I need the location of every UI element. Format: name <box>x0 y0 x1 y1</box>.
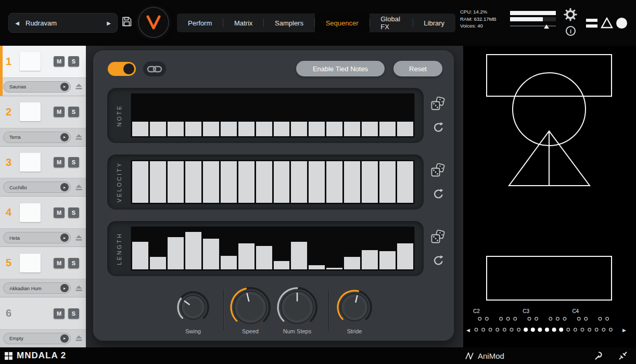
tab-sequencer[interactable]: Sequencer <box>315 14 370 32</box>
step-bar-15[interactable] <box>379 122 396 136</box>
knob-speed[interactable]: Speed <box>230 287 271 334</box>
knob-num-steps[interactable]: Num Steps <box>276 287 318 334</box>
mute-button[interactable]: M <box>54 207 65 218</box>
tab-samplers[interactable]: Samplers <box>264 14 314 32</box>
instrument-select[interactable]: Akkadian Hum ▸ <box>3 282 71 294</box>
step-bar-5[interactable] <box>203 239 219 269</box>
step-bar-16[interactable] <box>397 243 413 269</box>
keyboard-prev-button[interactable]: ◀ <box>466 328 470 333</box>
knob-stride[interactable]: Stride <box>334 287 375 334</box>
step-bar-13[interactable] <box>344 161 360 203</box>
instrument-select[interactable]: Cuchillo ▸ <box>3 181 71 193</box>
step-bar-13[interactable] <box>344 122 360 136</box>
randomize-button[interactable] <box>431 97 446 111</box>
solo-button[interactable]: S <box>68 157 79 167</box>
settings-button[interactable] <box>564 8 577 23</box>
step-bar-16[interactable] <box>397 161 413 203</box>
volume-slider[interactable] <box>510 23 556 29</box>
eject-button[interactable] <box>75 335 83 342</box>
track-3[interactable]: 3 M S Cuchillo ▸ <box>0 147 86 197</box>
step-bar-1[interactable] <box>132 161 148 203</box>
track-1[interactable]: 1 M S Saunas ▸ <box>0 46 86 96</box>
step-bar-4[interactable] <box>185 122 201 136</box>
preset-prev-button[interactable]: ◀ <box>9 20 26 26</box>
instrument-select[interactable]: Terra ▸ <box>3 132 71 143</box>
step-bar-9[interactable] <box>274 161 290 203</box>
step-bar-3[interactable] <box>168 161 184 203</box>
step-bar-15[interactable] <box>379 251 396 269</box>
preset-next-button[interactable]: ▶ <box>100 20 117 26</box>
solo-button[interactable]: S <box>68 56 79 67</box>
step-bar-6[interactable] <box>221 256 237 269</box>
save-button[interactable] <box>121 16 132 29</box>
step-bar-6[interactable] <box>221 122 237 136</box>
eject-button[interactable] <box>75 235 83 241</box>
reset-button[interactable]: Reset <box>393 61 442 76</box>
instrument-select[interactable]: Empty ▸ <box>3 333 71 344</box>
mute-button[interactable]: M <box>54 157 65 167</box>
preset-name[interactable]: Rudravam <box>26 19 100 27</box>
step-bar-5[interactable] <box>203 122 219 136</box>
track-6[interactable]: 6 M S Empty ▸ <box>0 297 86 347</box>
reset-steps-button[interactable] <box>432 188 445 201</box>
randomize-button[interactable] <box>431 230 446 244</box>
step-bar-10[interactable] <box>291 122 307 136</box>
solo-button[interactable]: S <box>68 107 79 117</box>
sequencer-enable-toggle[interactable] <box>108 62 136 76</box>
step-bar-7[interactable] <box>238 122 255 136</box>
solo-button[interactable]: S <box>68 308 79 319</box>
step-bar-11[interactable] <box>309 161 325 203</box>
step-bar-14[interactable] <box>362 161 378 203</box>
step-bar-12[interactable] <box>326 161 342 203</box>
mute-button[interactable]: M <box>54 258 65 268</box>
step-bar-8[interactable] <box>256 246 272 269</box>
step-bar-10[interactable] <box>291 242 307 269</box>
step-bar-8[interactable] <box>256 161 272 203</box>
step-bar-2[interactable] <box>150 257 166 269</box>
step-bar-13[interactable] <box>344 257 360 269</box>
reset-steps-button[interactable] <box>432 121 445 134</box>
step-bar-10[interactable] <box>291 161 307 203</box>
eject-button[interactable] <box>75 184 83 191</box>
eject-button[interactable] <box>75 83 83 90</box>
eject-button[interactable] <box>75 134 83 140</box>
step-bar-3[interactable] <box>168 122 184 136</box>
step-bar-5[interactable] <box>203 161 219 203</box>
step-bar-1[interactable] <box>132 122 148 136</box>
instrument-select[interactable]: Saunas ▸ <box>3 81 71 93</box>
instrument-select[interactable]: Heta ▸ <box>3 232 71 243</box>
step-bar-4[interactable] <box>185 161 201 203</box>
knob-swing[interactable]: Swing <box>172 287 214 334</box>
track-4[interactable]: 4 M S Heta ▸ <box>0 197 86 247</box>
step-bar-9[interactable] <box>274 122 290 136</box>
mute-button[interactable]: M <box>54 56 65 67</box>
step-bar-11[interactable] <box>309 265 325 269</box>
tab-library[interactable]: Library <box>413 14 455 32</box>
step-bar-12[interactable] <box>326 122 342 136</box>
step-bar-14[interactable] <box>362 122 378 136</box>
patch-cables-button[interactable] <box>618 351 628 360</box>
tab-global-fx[interactable]: Global FX <box>370 14 412 32</box>
step-bar-8[interactable] <box>256 122 272 136</box>
step-bar-2[interactable] <box>150 122 166 136</box>
step-bar-9[interactable] <box>274 261 290 269</box>
step-bar-15[interactable] <box>379 161 396 203</box>
solo-button[interactable]: S <box>68 207 79 218</box>
step-bar-16[interactable] <box>397 122 413 136</box>
step-bar-7[interactable] <box>238 161 255 203</box>
track-2[interactable]: 2 M S Terra ▸ <box>0 96 86 147</box>
step-bar-2[interactable] <box>150 161 166 203</box>
mute-button[interactable]: M <box>54 107 65 117</box>
link-button[interactable] <box>143 61 166 76</box>
step-bar-12[interactable] <box>326 268 342 269</box>
step-bar-3[interactable] <box>168 237 184 269</box>
brand-logo-badge[interactable] <box>138 7 169 38</box>
step-bar-6[interactable] <box>221 161 237 203</box>
step-bar-11[interactable] <box>309 122 325 136</box>
enable-tied-notes-button[interactable]: Enable Tied Notes <box>296 61 385 76</box>
mute-button[interactable]: M <box>54 308 65 319</box>
eject-button[interactable] <box>75 285 83 292</box>
step-bar-14[interactable] <box>362 250 378 269</box>
reset-steps-button[interactable] <box>432 254 445 267</box>
tab-perform[interactable]: Perform <box>177 14 223 32</box>
